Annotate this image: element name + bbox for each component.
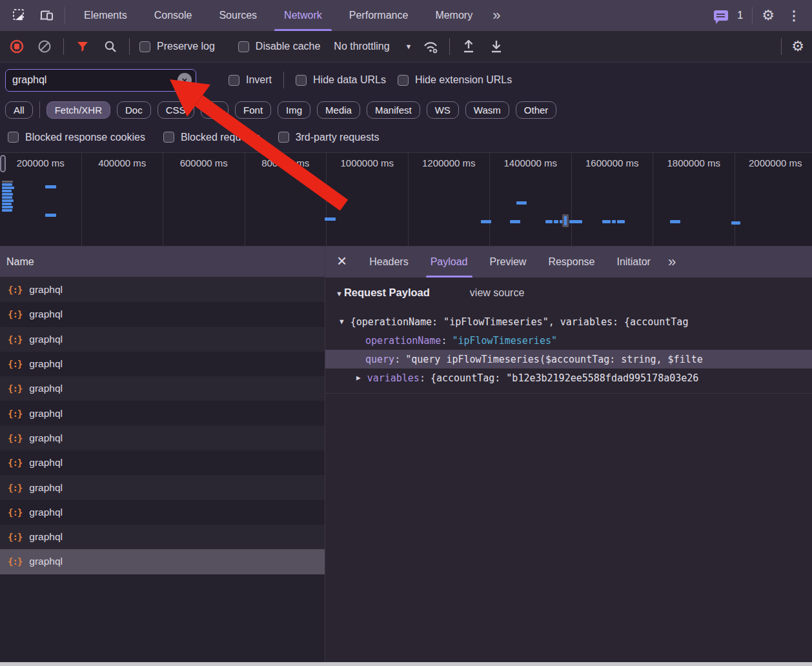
request-type-chip-fetchxhr[interactable]: Fetch/XHR (46, 101, 110, 119)
timeline-request-bar[interactable] (2, 206, 13, 208)
detail-tab-initiator[interactable]: Initiator (605, 247, 661, 278)
request-type-chip-manifest[interactable]: Manifest (367, 101, 420, 119)
timeline-request-bar[interactable] (569, 220, 582, 223)
timeline-request-bar[interactable] (2, 190, 12, 192)
timeline-request-bar[interactable] (481, 220, 491, 223)
filter-icon[interactable] (74, 37, 92, 56)
close-icon[interactable]: × (325, 251, 358, 274)
blocked-response-cookies-checkbox[interactable]: Blocked response cookies (8, 132, 145, 143)
tab-network[interactable]: Network (270, 0, 336, 31)
invert-checkbox[interactable]: Invert (228, 74, 272, 86)
checkbox[interactable] (398, 75, 409, 86)
checkbox[interactable] (238, 41, 249, 52)
request-row[interactable]: {:}graphql (0, 426, 325, 450)
hide-data-urls-checkbox[interactable]: Hide data URLs (296, 74, 386, 86)
filter-input-value[interactable]: graphql (12, 74, 178, 86)
export-har-icon[interactable] (487, 37, 505, 56)
timeline-request-bar[interactable] (2, 209, 12, 212)
request-row[interactable]: {:}graphql (0, 450, 325, 475)
timeline-request-bar[interactable] (2, 196, 12, 199)
checkbox[interactable] (228, 75, 239, 86)
checkbox[interactable] (296, 75, 307, 86)
timeline-request-bar[interactable] (612, 220, 616, 223)
clear-filter-icon[interactable]: × (178, 73, 192, 87)
import-har-icon[interactable] (460, 37, 478, 56)
request-type-chip-css[interactable]: CSS (157, 101, 194, 119)
network-settings-gear-icon[interactable]: ⚙ (791, 39, 804, 54)
hide-extension-urls-checkbox[interactable]: Hide extension URLs (398, 74, 512, 86)
tab-elements[interactable]: Elements (70, 0, 141, 31)
view-source-link[interactable]: view source (470, 287, 524, 299)
preserve-log-checkbox[interactable]: Preserve log (139, 41, 215, 52)
filter-input[interactable]: graphql × (5, 69, 196, 92)
request-row[interactable]: {:}graphql (0, 302, 325, 327)
request-type-chip-img[interactable]: Img (278, 101, 310, 119)
request-row[interactable]: {:}graphql (0, 278, 325, 302)
timeline-request-bar[interactable] (2, 181, 13, 183)
request-row[interactable]: {:}graphql (0, 352, 325, 376)
selected-request-marker[interactable] (562, 214, 569, 227)
timeline-request-bar[interactable] (670, 220, 680, 223)
payload-preview-line[interactable]: ▼ {operationName: "ipFlowTimeseries", va… (325, 312, 812, 331)
request-type-chip-font[interactable]: Font (235, 101, 271, 119)
timeline-request-bar[interactable] (516, 201, 527, 205)
record-network-log-icon[interactable] (8, 37, 26, 56)
more-tabs-icon[interactable]: » (486, 7, 505, 24)
network-overview-timeline[interactable]: 200000 ms400000 ms600000 ms800000 ms1000… (0, 152, 812, 247)
tab-memory[interactable]: Memory (421, 0, 486, 31)
request-row[interactable]: {:}graphql (0, 549, 325, 574)
search-icon[interactable] (101, 37, 119, 56)
timeline-scroll-handle[interactable] (0, 155, 6, 172)
expanded-triangle-icon[interactable]: ▼ (340, 318, 344, 326)
3rd-party-requests-checkbox[interactable]: 3rd-party requests (278, 132, 380, 143)
tab-performance[interactable]: Performance (336, 0, 422, 31)
name-column-header[interactable]: Name (0, 247, 325, 278)
checkbox[interactable] (278, 132, 289, 143)
request-type-chip-js[interactable]: JS (201, 101, 229, 119)
detail-tab-headers[interactable]: Headers (358, 247, 419, 278)
collapse-triangle-icon[interactable]: ▼ (336, 290, 343, 298)
console-messages-icon[interactable] (714, 10, 728, 21)
toggle-device-toolbar-icon[interactable] (37, 6, 56, 25)
timeline-request-bar[interactable] (2, 187, 14, 189)
inspect-element-icon[interactable] (10, 6, 28, 25)
payload-operation-name-line[interactable]: operationName: "ipFlowTimeseries" (325, 331, 812, 350)
tab-sources[interactable]: Sources (205, 0, 270, 31)
customize-devtools-icon[interactable]: ⋮ (784, 8, 804, 23)
throttling-dropdown[interactable]: No throttling ▼ (330, 41, 412, 52)
request-row[interactable]: {:}graphql (0, 327, 325, 352)
timeline-request-bar[interactable] (325, 217, 336, 221)
clear-network-log-icon[interactable] (36, 37, 54, 56)
timeline-request-bar[interactable] (545, 220, 553, 223)
request-type-chip-other[interactable]: Other (516, 101, 557, 119)
request-row[interactable]: {:}graphql (0, 500, 325, 525)
payload-variables-line[interactable]: ▶ variables: {accountTag: "b12e3b2192ee5… (325, 368, 812, 387)
request-row[interactable]: {:}graphql (0, 401, 325, 425)
settings-gear-icon[interactable]: ⚙ (762, 8, 775, 23)
network-conditions-icon[interactable] (421, 37, 440, 56)
timeline-request-bar[interactable] (2, 193, 13, 196)
detail-tab-payload[interactable]: Payload (420, 247, 479, 278)
timeline-request-bar[interactable] (554, 220, 558, 223)
checkbox[interactable] (8, 132, 19, 143)
checkbox[interactable] (139, 41, 150, 52)
timeline-request-bar[interactable] (45, 214, 56, 217)
timeline-request-bar[interactable] (45, 185, 56, 188)
timeline-request-bar[interactable] (2, 203, 12, 205)
detail-tab-preview[interactable]: Preview (479, 247, 538, 278)
request-type-chip-ws[interactable]: WS (427, 101, 459, 119)
request-row[interactable]: {:}graphql (0, 376, 325, 401)
timeline-request-bar[interactable] (2, 183, 12, 186)
payload-query-line[interactable]: query: "query ipFlowTimeseries($accountT… (325, 350, 812, 368)
timeline-request-bar[interactable] (617, 220, 625, 223)
timeline-request-bar[interactable] (2, 199, 14, 202)
more-detail-tabs-icon[interactable]: » (662, 254, 681, 270)
blocked-requests-checkbox[interactable]: Blocked requests (163, 132, 260, 143)
tab-console[interactable]: Console (141, 0, 206, 31)
timeline-request-bar[interactable] (731, 221, 740, 225)
timeline-request-bar[interactable] (510, 220, 520, 223)
timeline-request-bar[interactable] (602, 220, 611, 223)
request-row[interactable]: {:}graphql (0, 475, 325, 500)
request-type-chip-doc[interactable]: Doc (117, 101, 151, 119)
request-row[interactable]: {:}graphql (0, 525, 325, 549)
